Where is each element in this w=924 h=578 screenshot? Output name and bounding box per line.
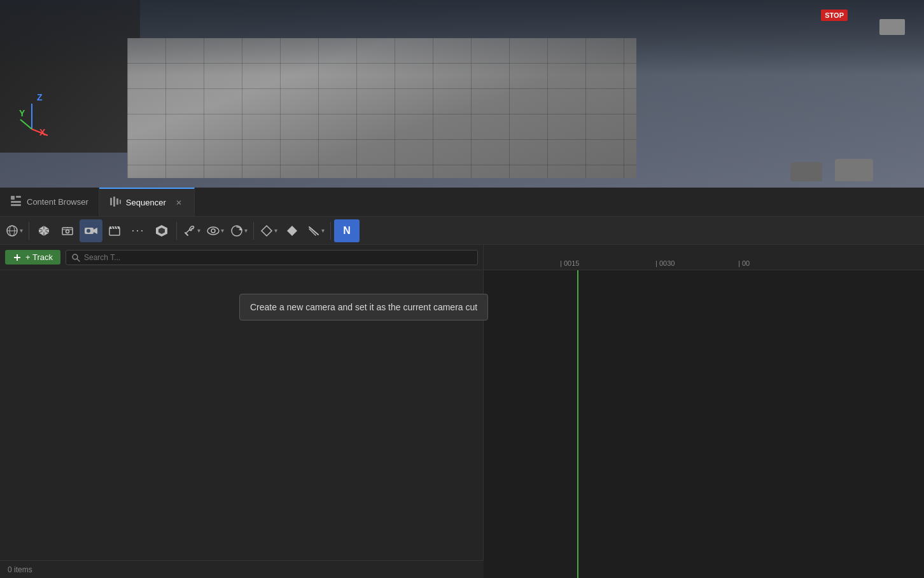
more-options-button[interactable]: ··· <box>127 219 150 242</box>
sequencer-icon <box>109 196 121 210</box>
separator-1 <box>29 222 29 240</box>
sequencer-label: Sequencer <box>126 198 166 207</box>
sequencer-close-button[interactable]: ✕ <box>174 198 184 208</box>
world-dropdown-arrow: ▾ <box>20 227 23 234</box>
svg-rect-9 <box>116 198 118 205</box>
tracks-area <box>0 270 483 578</box>
svg-point-34 <box>211 229 215 233</box>
marker-0015: | 0015 <box>560 259 579 267</box>
tools-button[interactable]: ▾ <box>180 219 203 242</box>
svg-point-24 <box>87 229 90 233</box>
extra-label: N <box>343 225 351 237</box>
separator-4 <box>330 222 331 240</box>
separator-2 <box>176 222 177 240</box>
svg-rect-10 <box>120 200 121 204</box>
track-controls: + Track <box>0 245 483 270</box>
content-browser-icon <box>10 195 22 209</box>
more-icon: ··· <box>131 224 144 237</box>
svg-marker-38 <box>287 226 297 236</box>
tab-bar: Content Browser Sequencer ✕ <box>0 188 924 217</box>
svg-rect-6 <box>11 204 21 206</box>
svg-rect-8 <box>113 196 115 207</box>
separator-3 <box>253 222 254 240</box>
svg-rect-19 <box>62 228 73 235</box>
record-button[interactable]: ▾ <box>304 219 327 242</box>
axis-indicator: Z Y X <box>19 92 57 143</box>
svg-point-33 <box>207 227 219 235</box>
svg-line-32 <box>185 233 188 235</box>
svg-rect-3 <box>11 196 15 200</box>
add-track-button[interactable]: + Track <box>5 250 60 265</box>
browse-button[interactable] <box>56 219 79 242</box>
svg-line-44 <box>77 259 80 261</box>
status-bar: 0 items <box>0 560 484 578</box>
tab-content-browser[interactable]: Content Browser <box>0 188 99 216</box>
view-dropdown-arrow: ▾ <box>221 227 224 234</box>
extra-button[interactable]: N <box>334 219 360 242</box>
timeline-header: | 0015 | 0030 | 00 <box>484 245 924 270</box>
stop-sign: STOP <box>821 10 848 21</box>
toolbar: ▾ <box>0 217 924 245</box>
svg-marker-37 <box>262 226 272 236</box>
svg-line-1 <box>20 120 32 129</box>
search-box <box>66 250 478 265</box>
render-button[interactable] <box>150 219 173 242</box>
svg-point-20 <box>66 230 69 233</box>
plus-icon <box>13 253 22 262</box>
svg-rect-5 <box>11 201 21 203</box>
svg-rect-7 <box>110 198 112 205</box>
timeline-area[interactable] <box>484 270 924 578</box>
playback-dropdown-arrow: ▾ <box>244 227 248 234</box>
search-icon <box>71 253 80 262</box>
world-settings-button[interactable]: ▾ <box>3 219 25 242</box>
axis-z-label: Z <box>37 92 43 102</box>
camera-button[interactable] <box>80 219 102 242</box>
marker-0030: | 0030 <box>655 259 675 267</box>
left-panel: + Track 0 items <box>0 245 484 578</box>
axis-y-label: Y <box>19 108 25 118</box>
search-input[interactable] <box>84 253 472 262</box>
svg-point-18 <box>43 229 46 232</box>
view-button[interactable]: ▾ <box>204 219 227 242</box>
svg-marker-23 <box>94 228 97 234</box>
marker-00end: | 00 <box>738 259 750 267</box>
key-button[interactable] <box>281 219 304 242</box>
playback-button[interactable]: ▾ <box>227 219 250 242</box>
svg-rect-4 <box>16 196 21 198</box>
clapboard-button[interactable] <box>103 219 126 242</box>
content-browser-label: Content Browser <box>27 197 88 207</box>
viewport: STOP Z Y X <box>0 0 924 188</box>
axis-x-label: X <box>39 127 45 137</box>
items-count: 0 items <box>8 565 32 574</box>
key-all-button[interactable]: ▾ <box>257 219 280 242</box>
add-object-button[interactable] <box>32 219 55 242</box>
record-dropdown-arrow: ▾ <box>321 227 325 234</box>
scene-view: STOP Z Y X <box>0 0 924 188</box>
tools-dropdown-arrow: ▾ <box>197 227 200 234</box>
key-all-dropdown-arrow: ▾ <box>274 227 277 234</box>
tab-sequencer[interactable]: Sequencer ✕ <box>99 188 195 216</box>
playhead <box>577 270 578 578</box>
add-track-label: + Track <box>25 252 53 262</box>
timeline-panel: | 0015 | 0030 | 00 <box>484 245 924 578</box>
sequencer-main: + Track 0 items | 0015 | 0030 | 00 <box>0 245 924 578</box>
